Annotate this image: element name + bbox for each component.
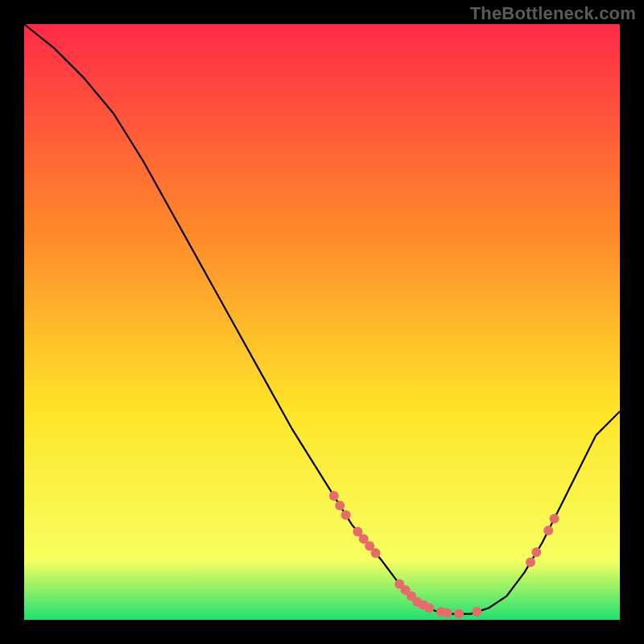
highlight-dot (454, 609, 464, 619)
highlight-dot (329, 491, 339, 501)
highlight-dot (531, 547, 541, 557)
highlight-dot (424, 603, 434, 613)
highlight-dot (335, 501, 345, 510)
highlight-dot (341, 510, 351, 520)
highlight-dot (550, 514, 559, 523)
chart-frame: { "watermark": "TheBottleneck.com", "col… (0, 0, 644, 644)
highlight-dot (543, 526, 553, 535)
highlight-dot (371, 548, 381, 558)
highlight-dot (472, 607, 481, 617)
highlight-dot (442, 608, 452, 617)
highlight-dot (526, 558, 535, 568)
bottleneck-chart (0, 0, 644, 644)
